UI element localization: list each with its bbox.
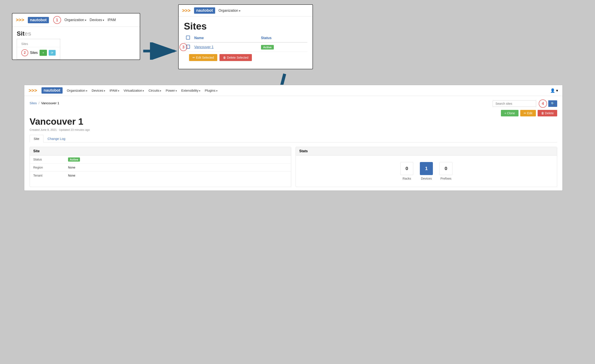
sites-menu-item[interactable]: 2 Sites ＋ ⟳ (17, 48, 60, 57)
topright-nav-organization[interactable]: Organization (219, 9, 240, 13)
main-nav-ipam[interactable]: IPAM (110, 89, 119, 92)
search-button[interactable]: 🔍 (548, 100, 557, 107)
site-card-header: Site (30, 147, 291, 155)
breadcrumb: Sites / Vancouver 1 (29, 99, 59, 107)
page-title-main: Vancouver 1 (29, 116, 557, 127)
devices-label: Devices (421, 177, 432, 180)
main-nav-devices[interactable]: Devices (92, 89, 105, 92)
main-logo-arrows-icon: >>> (29, 88, 37, 93)
col-name-header: Name (192, 34, 259, 42)
site-name-link[interactable]: Vancouver 1 (194, 45, 214, 49)
header-actions: 4 🔍 + Clone ✏ Edit 🗑 Delete (493, 99, 557, 116)
stats-card-header: Stats (296, 147, 557, 155)
status-active-badge: Active (68, 157, 80, 161)
sites-table: Name Status 3 Vancouver 1 Active (184, 34, 307, 52)
main-nav-virtualization[interactable]: Virtualization (124, 89, 144, 92)
page-meta: Created June 8, 2021 · Updated 23 minute… (29, 128, 557, 131)
status-row: Status Active (30, 155, 291, 164)
logo-name-topright[interactable]: nautobot (194, 7, 215, 14)
main-navbar: >>> nautobot Organization Devices IPAM V… (24, 85, 562, 96)
delete-selected-button[interactable]: 🗑 Delete Selected (220, 54, 252, 61)
table-action-buttons: ✏ Edit Selected 🗑 Delete Selected (184, 52, 307, 64)
stats-card: Stats 0 Racks 1 Devices 0 Prefixes (296, 147, 557, 187)
import-site-button[interactable]: ⟳ (49, 50, 56, 56)
tenant-value: None (64, 172, 79, 179)
status-badge: Active (261, 45, 274, 49)
topright-page-title: Sites (179, 16, 312, 34)
topright-table-area: Name Status 3 Vancouver 1 Active ✏ Edit … (179, 34, 312, 69)
main-nav-plugins[interactable]: Plugins (205, 89, 217, 92)
topright-navbar: >>> nautobot Organization (179, 5, 312, 16)
main-content: Sites / Vancouver 1 4 🔍 + Clone ✏ Edit 🗑… (24, 96, 562, 190)
tab-changelog[interactable]: Change Log (43, 135, 70, 142)
stats-grid: 0 Racks 1 Devices 0 Prefixes (296, 155, 557, 187)
main-nav-organization[interactable]: Organization (67, 89, 87, 92)
main-nav-power[interactable]: Power (166, 89, 177, 92)
search-row: 4 🔍 (493, 99, 557, 108)
racks-label: Racks (403, 177, 411, 180)
prefixes-stat: 0 Prefixes (439, 162, 453, 180)
logo-name[interactable]: nautobot (28, 17, 49, 23)
nav-ipam[interactable]: IPAM (107, 18, 116, 22)
breadcrumb-sites-link[interactable]: Sites (29, 101, 37, 105)
dropdown-header: Sites (17, 41, 60, 47)
sites-label: Sites (30, 51, 38, 55)
topleft-navbar: >>> nautobot 1 Organization Devices IPAM (12, 14, 140, 27)
edit-button[interactable]: ✏ Edit (520, 110, 536, 116)
devices-stat: 1 Devices (420, 162, 433, 180)
organization-dropdown: Sites 2 Sites ＋ ⟳ (17, 39, 60, 60)
user-menu-icon[interactable]: 👤 ▾ (550, 88, 558, 93)
racks-stat: 0 Racks (400, 162, 413, 180)
region-value: None (64, 164, 79, 171)
arrow-right-icon (141, 42, 180, 60)
prefixes-label: Prefixes (440, 177, 452, 180)
two-col-layout: Site Status Active Region None Tenant No… (29, 147, 557, 187)
nav-devices[interactable]: Devices (90, 18, 104, 22)
nav-organization[interactable]: Organization (64, 18, 86, 22)
tabs-row: Site Change Log (29, 135, 557, 142)
main-panel: >>> nautobot Organization Devices IPAM V… (24, 85, 563, 191)
add-site-button[interactable]: ＋ (40, 50, 47, 56)
logo-arrows-topright-icon: >>> (182, 8, 191, 14)
col-status-header: Status (259, 34, 307, 42)
clone-button[interactable]: + Clone (501, 110, 518, 116)
tenant-row: Tenant None (30, 172, 291, 179)
delete-button[interactable]: 🗑 Delete (538, 110, 557, 116)
tab-site[interactable]: Site (29, 135, 43, 142)
breadcrumb-current: Vancouver 1 (41, 101, 59, 105)
devices-count: 1 (420, 162, 433, 175)
tenant-label: Tenant (30, 172, 64, 179)
step-3-badge: 3 (179, 43, 187, 51)
status-value: Active (64, 155, 84, 163)
step-4-badge: 4 (539, 99, 547, 108)
topright-panel: >>> nautobot Organization Sites Name Sta… (178, 4, 313, 69)
edit-selected-button[interactable]: ✏ Edit Selected (189, 54, 217, 61)
select-all-checkbox[interactable] (186, 36, 190, 40)
main-nav-circuits[interactable]: Circuits (149, 89, 161, 92)
prefixes-count: 0 (439, 162, 453, 175)
region-label: Region (30, 164, 64, 171)
site-info-card: Site Status Active Region None Tenant No… (29, 147, 291, 187)
main-logo-name[interactable]: nautobot (42, 87, 63, 94)
topleft-content: Sites Sites 2 Sites ＋ ⟳ (12, 27, 140, 60)
step-1-badge: 1 (53, 16, 61, 24)
sites-page-title: Sites (12, 27, 140, 39)
topleft-panel: >>> nautobot 1 Organization Devices IPAM… (12, 13, 140, 60)
breadcrumb-separator: / (38, 101, 39, 105)
logo-arrows-icon: >>> (16, 17, 24, 23)
region-row: Region None (30, 164, 291, 172)
page-action-row: + Clone ✏ Edit 🗑 Delete (501, 110, 557, 116)
status-label: Status (30, 155, 64, 163)
step-2-badge: 2 (21, 49, 28, 56)
main-nav-extensibility[interactable]: Extensibility (181, 89, 200, 92)
racks-count: 0 (400, 162, 413, 175)
table-row: 3 Vancouver 1 Active (184, 42, 307, 52)
search-sites-input[interactable] (493, 100, 536, 107)
